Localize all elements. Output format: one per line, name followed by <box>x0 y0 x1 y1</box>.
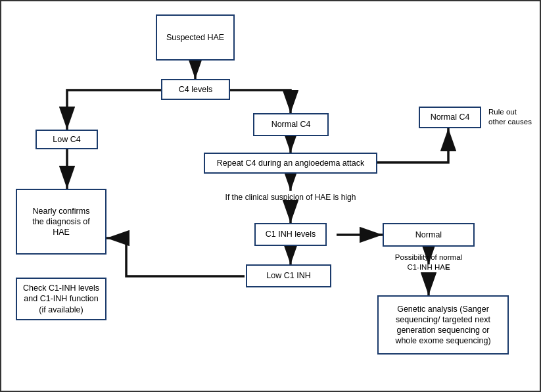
if-clinical-box: If the clinical suspicion of HAE is high <box>204 191 377 205</box>
genetic-label: Genetic analysis (Sangersequencing/ targ… <box>395 304 490 347</box>
suspected-hae-box: Suspected HAE <box>156 14 235 61</box>
c4-levels-label: C4 levels <box>179 84 212 95</box>
normal-box: Normal <box>383 223 475 247</box>
repeat-c4-box: Repeat C4 during an angioedema attack <box>204 153 377 174</box>
possibility-text: Possibility of normalC1-INH HAE <box>395 253 462 272</box>
if-clinical-label: If the clinical suspicion of HAE is high <box>225 193 356 203</box>
rule-out-text: Rule outother causes <box>488 107 532 127</box>
low-c1-inh-label: Low C1 INH <box>266 270 310 281</box>
diagram-container: Suspected HAE C4 levels Low C4 Normal C4… <box>0 0 541 392</box>
normal-c4-right-label: Normal C4 <box>431 112 470 122</box>
low-c1-inh-box: Low C1 INH <box>246 264 331 287</box>
rule-out-label: Rule outother causes <box>484 102 536 132</box>
c4-levels-box: C4 levels <box>161 79 230 100</box>
c1-inh-levels-label: C1 INH levels <box>266 229 316 239</box>
possibility-label: Possibility of normalC1-INH HAE <box>383 247 475 278</box>
low-c4-label: Low C4 <box>53 134 80 145</box>
normal-label: Normal <box>415 230 442 240</box>
normal-c4-main-box: Normal C4 <box>253 113 329 136</box>
normal-c4-main-label: Normal C4 <box>271 119 311 130</box>
check-c1-box: Check C1-INH levelsand C1-INH function(i… <box>16 278 106 320</box>
c1-inh-levels-box: C1 INH levels <box>254 223 327 246</box>
low-c4-box: Low C4 <box>35 130 98 149</box>
check-c1-label: Check C1-INH levelsand C1-INH function(i… <box>23 283 99 315</box>
repeat-c4-label: Repeat C4 during an angioedema attack <box>217 158 364 168</box>
normal-c4-right-box: Normal C4 <box>419 107 481 128</box>
nearly-confirms-box: Nearly confirmsthe diagnosis ofHAE <box>16 189 106 255</box>
nearly-confirms-label: Nearly confirmsthe diagnosis ofHAE <box>32 206 90 238</box>
suspected-hae-label: Suspected HAE <box>166 32 224 43</box>
genetic-box: Genetic analysis (Sangersequencing/ targ… <box>377 295 509 355</box>
